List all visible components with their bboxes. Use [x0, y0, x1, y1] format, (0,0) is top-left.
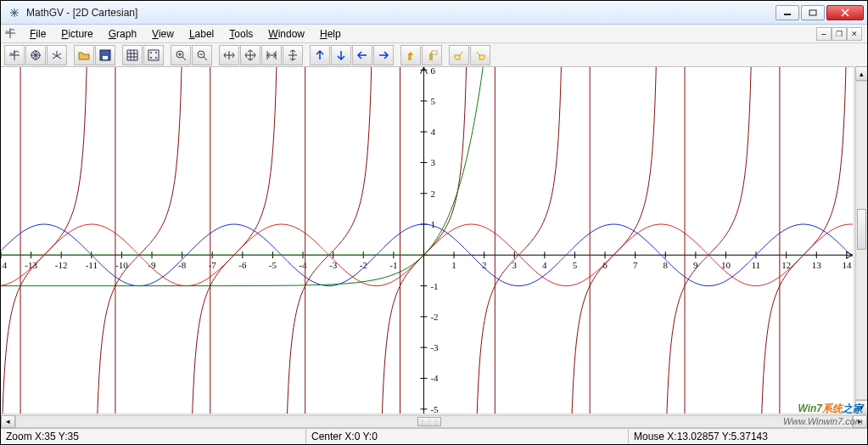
minimize-button[interactable] [776, 5, 799, 20]
status-mouse: Mouse X:13.02857 Y:5.37143 [629, 429, 867, 444]
pan-left-icon[interactable] [352, 45, 372, 65]
fit-both-icon[interactable] [240, 45, 260, 65]
status-bar: Zoom X:35 Y:35 Center X:0 Y:0 Mouse X:13… [1, 428, 867, 444]
grid-lines-icon[interactable] [122, 45, 143, 65]
open-icon[interactable] [74, 45, 94, 65]
new-2d-icon[interactable] [4, 45, 25, 65]
svg-rect-5 [148, 50, 159, 60]
mdi-minimize-button[interactable]: ‒ [816, 27, 832, 41]
scroll-up-button[interactable]: ▴ [855, 66, 868, 81]
vscroll-thumb[interactable] [857, 209, 866, 250]
menu-file[interactable]: File [23, 26, 53, 42]
zoom-in-icon[interactable] [171, 45, 191, 65]
pan-right-icon[interactable] [373, 45, 394, 65]
svg-point-6 [150, 52, 152, 54]
app-icon [8, 6, 21, 20]
grid-dots-icon[interactable] [143, 45, 164, 65]
scroll-down-button[interactable]: ▾ [855, 400, 868, 414]
menu-window[interactable]: Window [261, 26, 311, 42]
fit-width-icon[interactable] [261, 45, 282, 65]
menu-tools[interactable]: Tools [222, 26, 260, 42]
horizontal-scrollbar[interactable]: ◂ ⋮⋮⋮ ▸ [1, 414, 867, 428]
close-button[interactable] [826, 5, 864, 20]
svg-point-8 [150, 57, 152, 59]
fit-horiz-icon[interactable] [219, 45, 239, 65]
save-icon[interactable] [95, 45, 115, 65]
mdi-doc-icon [4, 27, 18, 41]
vscroll-track[interactable] [855, 81, 868, 400]
hscroll-thumb[interactable]: ⋮⋮⋮ [417, 417, 441, 426]
hand-left-icon[interactable] [449, 45, 469, 65]
hand-right-icon[interactable] [470, 45, 490, 65]
svg-point-7 [155, 52, 157, 54]
pan-down-icon[interactable] [331, 45, 351, 65]
title-bar: MathGV - [2D Cartesian] [1, 1, 867, 25]
menu-view[interactable]: View [145, 26, 181, 42]
mdi-restore-button[interactable]: ❐ [832, 27, 847, 41]
menu-label[interactable]: Label [182, 26, 221, 42]
status-zoom: Zoom X:35 Y:35 [1, 429, 306, 444]
scroll-left-button[interactable]: ◂ [1, 415, 15, 428]
menu-bar: FilePictureGraphViewLabelToolsWindowHelp… [1, 25, 867, 43]
hscroll-track[interactable]: ⋮⋮⋮ [15, 415, 853, 428]
menu-picture[interactable]: Picture [54, 26, 99, 42]
pan-up-icon[interactable] [310, 45, 330, 65]
status-center: Center X:0 Y:0 [306, 429, 629, 444]
scroll-right-button[interactable]: ▸ [853, 415, 867, 428]
label-icon[interactable] [422, 45, 442, 65]
svg-point-9 [155, 57, 157, 59]
menu-help[interactable]: Help [313, 26, 348, 42]
new-3d-icon[interactable] [47, 45, 67, 65]
trace-icon[interactable] [400, 45, 421, 65]
window-title: MathGV - [2D Cartesian] [26, 1, 776, 25]
svg-rect-1 [809, 10, 816, 15]
fit-vert-icon[interactable] [283, 45, 303, 65]
plot-area[interactable] [1, 67, 867, 414]
svg-rect-4 [103, 56, 108, 59]
menu-graph[interactable]: Graph [102, 26, 143, 42]
zoom-out-icon[interactable] [192, 45, 212, 65]
toolbar [1, 43, 867, 67]
polar-icon[interactable] [25, 45, 46, 65]
mdi-close-button[interactable]: ✕ [847, 27, 862, 41]
maximize-button[interactable] [801, 5, 825, 20]
svg-rect-12 [432, 51, 437, 54]
vertical-scrollbar[interactable]: ▴ ▾ [854, 66, 868, 414]
